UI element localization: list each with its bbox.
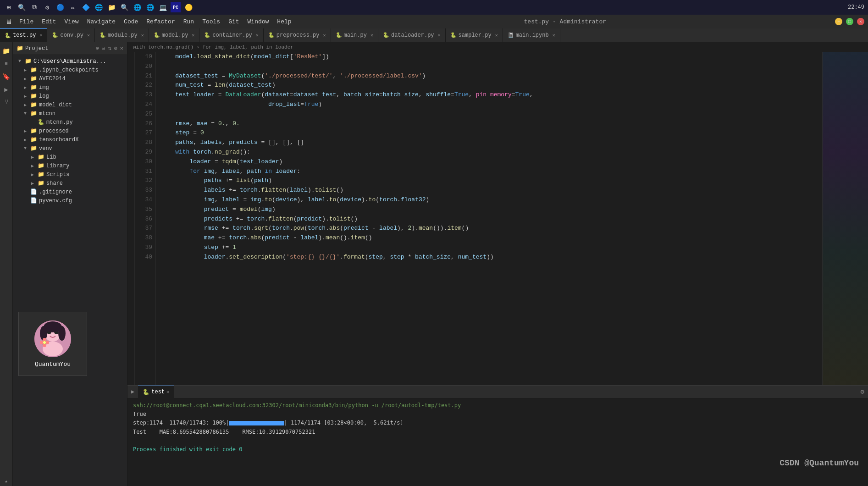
menu-help[interactable]: Help xyxy=(273,17,295,27)
settings-panel-icon[interactable]: ⚙ xyxy=(114,45,117,52)
app2-icon[interactable]: 💻 xyxy=(158,2,168,12)
blue-app-icon[interactable]: 🔵 xyxy=(55,2,65,12)
tab-close-icon[interactable]: ✕ xyxy=(438,33,441,38)
breadcrumb-path: with torch.no_grad() › for img, label, p… xyxy=(133,44,293,50)
tab-close-icon[interactable]: ✕ xyxy=(192,33,194,38)
code-line-40: loader.set_description('step:{} {}/{}'.f… xyxy=(161,253,817,262)
menu-git[interactable]: Git xyxy=(225,17,243,27)
menu-refactor[interactable]: Refactor xyxy=(143,17,178,27)
tab-close-icon[interactable]: ✕ xyxy=(256,33,259,38)
menu-run[interactable]: Run xyxy=(180,17,198,27)
tree-item-scripts[interactable]: ▶ 📁 Scripts xyxy=(13,170,127,179)
run-settings-icon[interactable]: ⚙ xyxy=(861,388,864,396)
sort-icon[interactable]: ⇅ xyxy=(108,45,111,52)
sidebar-bookmark-icon[interactable]: 🔖 xyxy=(1,72,11,82)
menu-window[interactable]: Window xyxy=(244,17,273,27)
tree-item-share[interactable]: ▶ 📁 share xyxy=(13,179,127,188)
run-tab-test[interactable]: 🐍 test ✕ xyxy=(138,386,174,398)
tab-sampler-py[interactable]: 🐍 sampler.py ✕ xyxy=(446,28,503,42)
app3-icon[interactable]: 🟡 xyxy=(183,2,194,12)
tree-item-label: Lib xyxy=(46,154,56,160)
tree-item-log[interactable]: ▶ 📁 log xyxy=(13,92,127,100)
tree-item-model-dict[interactable]: ▶ 📁 model_dict xyxy=(13,100,127,109)
maximize-button[interactable]: □ xyxy=(846,18,853,25)
run-tab-close-icon[interactable]: ✕ xyxy=(166,389,169,395)
tree-item-mtcnn-py[interactable]: 🐍 mtcnn.py xyxy=(13,118,127,127)
tree-item-ipynb[interactable]: ▶ 📁 .ipynb_checkpoints xyxy=(13,66,127,74)
run-tab-icon: 🐍 xyxy=(143,389,149,396)
minimize-button[interactable]: − xyxy=(835,18,842,25)
tab-close-icon[interactable]: ✕ xyxy=(87,33,90,38)
tab-close-icon[interactable]: ✕ xyxy=(141,33,144,38)
tab-main-py[interactable]: 🐍 main.py ✕ xyxy=(331,28,378,42)
folder-icon[interactable]: 📁 xyxy=(106,2,116,12)
run-icon: ▶ xyxy=(131,388,134,395)
tab-test-py[interactable]: 🐍 test.py ✕ xyxy=(0,28,47,42)
project-icon: 📁 xyxy=(17,45,23,52)
tab-dataloader-py[interactable]: 🐍 dataloader.py ✕ xyxy=(378,28,446,42)
taskview-icon[interactable]: ⧉ xyxy=(29,2,39,12)
tree-root[interactable]: ▼ 📁 C:\Users\Administra... xyxy=(13,57,127,66)
taskbar-time: 22:49 xyxy=(848,4,864,11)
tab-label: conv.py xyxy=(60,32,83,39)
tab-container-py[interactable]: 🐍 container.py ✕ xyxy=(199,28,263,42)
close-panel-icon[interactable]: ✕ xyxy=(120,45,123,52)
collapse-icon[interactable]: ⊟ xyxy=(102,45,105,52)
menu-view[interactable]: View xyxy=(61,17,82,27)
tab-preprocess-py[interactable]: 🐍 preprocess.py ✕ xyxy=(264,28,331,42)
tree-item-pyvenv[interactable]: 📄 pyvenv.cfg xyxy=(13,196,127,205)
tree-item-lib[interactable]: ▶ 📁 Lib xyxy=(13,153,127,161)
diamond-icon[interactable]: 🔷 xyxy=(81,2,91,12)
editor-content[interactable]: 19 20 21 22 23 24 25 26 27 28 29 30 31 3… xyxy=(127,52,868,385)
browser-icon[interactable]: 🌐 xyxy=(132,2,142,12)
python-file-icon: 🐍 xyxy=(5,33,11,39)
close-button[interactable]: ✕ xyxy=(857,18,864,25)
tree-item-label: tensorboardX xyxy=(39,137,78,143)
tab-main-ipynb[interactable]: 📓 main.ipynb ✕ xyxy=(503,28,560,42)
tab-close-icon[interactable]: ✕ xyxy=(553,33,555,38)
sidebar-icons: 📁 ≡ 🔖 ▶ ⑂ ★ xyxy=(0,42,13,486)
tab-label: model.py xyxy=(162,32,188,39)
edge-icon[interactable]: 🌐 xyxy=(145,2,155,12)
tree-item-label: .gitignore xyxy=(39,189,72,195)
tab-conv-py[interactable]: 🐍 conv.py ✕ xyxy=(47,28,94,42)
tree-item-avec[interactable]: ▶ 📁 AVEC2014 xyxy=(13,74,127,83)
run-panel: ▶ 🐍 test ✕ ⚙ ssh://root@connect.cqa1.see… xyxy=(127,385,868,486)
tab-close-icon[interactable]: ✕ xyxy=(370,33,373,38)
python-file-icon: 🐍 xyxy=(336,32,342,38)
sidebar-project-icon[interactable]: 📁 xyxy=(1,46,11,56)
settings-icon[interactable]: ⚙ xyxy=(42,2,52,12)
search2-icon[interactable]: 🔍 xyxy=(119,2,129,12)
sidebar-git-icon[interactable]: ⑂ xyxy=(1,97,11,107)
tab-label: main.ipynb xyxy=(516,32,549,39)
globe-icon[interactable]: 🌐 xyxy=(94,2,104,12)
tree-item-mtcnn[interactable]: ▼ 📁 mtcnn xyxy=(13,109,127,118)
edit-icon[interactable]: ✏ xyxy=(68,2,78,12)
code-content[interactable]: model.load_state_dict(model_dict['ResNet… xyxy=(155,52,822,385)
pycharm-icon[interactable]: PC xyxy=(171,2,181,12)
menu-file[interactable]: File xyxy=(16,17,37,27)
tab-module-py[interactable]: 🐍 module.py ✕ xyxy=(95,28,149,42)
tree-item-processed[interactable]: ▶ 📁 processed xyxy=(13,127,127,135)
tree-item-gitignore[interactable]: 📄 .gitignore xyxy=(13,188,127,196)
tree-item-library[interactable]: ▶ 📁 Library xyxy=(13,161,127,170)
locate-icon[interactable]: ⊕ xyxy=(96,45,99,52)
tree-item-img[interactable]: ▶ 📁 img xyxy=(13,83,127,92)
tab-close-icon[interactable]: ✕ xyxy=(323,33,326,38)
tree-item-venv[interactable]: ▼ 📁 venv xyxy=(13,144,127,153)
sidebar-favorites-icon[interactable]: ★ xyxy=(1,476,11,486)
menu-code[interactable]: Code xyxy=(120,17,142,27)
tab-close-icon[interactable]: ✕ xyxy=(495,33,498,38)
search-taskbar-icon[interactable]: 🔍 xyxy=(17,2,27,12)
windows-icon[interactable]: ⊞ xyxy=(4,2,14,12)
tab-model-py[interactable]: 🐍 model.py ✕ xyxy=(149,28,200,42)
sidebar-run-icon[interactable]: ▶ xyxy=(1,84,11,94)
tab-close-icon[interactable]: ✕ xyxy=(39,33,42,38)
menu-navigate[interactable]: Navigate xyxy=(83,17,119,27)
sidebar-structure-icon[interactable]: ≡ xyxy=(1,59,11,69)
menu-edit[interactable]: Edit xyxy=(38,17,60,27)
tree-item-tensorboard[interactable]: ▶ 📁 tensorboardX xyxy=(13,135,127,144)
menu-tools[interactable]: Tools xyxy=(199,17,224,27)
python-file-icon: 🐍 xyxy=(450,32,457,38)
code-line-20 xyxy=(161,62,817,72)
